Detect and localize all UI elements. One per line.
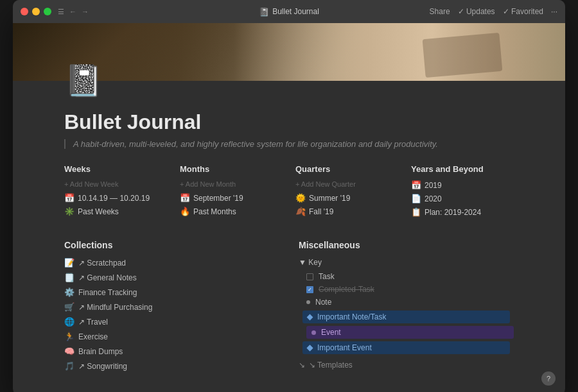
year-item-0[interactable]: 📅 2019 xyxy=(411,180,514,190)
key-important-note-label: Important Note/Task xyxy=(317,312,386,321)
help-button[interactable]: ? xyxy=(541,371,556,386)
page-title: Bullet Journal xyxy=(64,110,514,134)
week-0-label: 10.14.19 — 10.20.19 xyxy=(78,194,150,203)
share-button[interactable]: Share xyxy=(430,7,450,16)
collection-1-label: ↗ General Notes xyxy=(78,273,137,282)
week-item-1[interactable]: ✳️ Past Weeks xyxy=(64,207,167,216)
key-task-label: Task xyxy=(319,272,335,281)
collection-6-icon: 🧠 xyxy=(64,346,74,356)
week-1-label: Past Weeks xyxy=(78,207,119,216)
week-item-0[interactable]: 📅 10.14.19 — 10.20.19 xyxy=(64,193,167,203)
note-dot-icon xyxy=(306,300,310,304)
collection-2[interactable]: ⚙️ Finance Tracking xyxy=(64,287,279,297)
collection-4-label: ↗ Travel xyxy=(78,318,108,327)
year-0-icon: 📅 xyxy=(411,180,421,190)
favorited-button[interactable]: ✓ Favorited xyxy=(503,7,543,16)
updates-button[interactable]: ✓ Updates xyxy=(458,7,495,16)
months-column: Months + Add New Month 📅 September '19 🔥… xyxy=(180,164,283,221)
title-bar-right: Share ✓ Updates ✓ Favorited ··· xyxy=(430,7,557,16)
templates-row[interactable]: ↘ ↘ Templates xyxy=(299,361,514,370)
year-0-label: 2019 xyxy=(425,181,442,190)
month-item-0[interactable]: 📅 September '19 xyxy=(180,193,283,203)
key-event: Event xyxy=(306,326,514,339)
weeks-column: Weeks + Add New Week 📅 10.14.19 — 10.20.… xyxy=(64,164,167,221)
year-1-icon: 📄 xyxy=(411,194,421,203)
key-note: Note xyxy=(306,298,514,307)
collection-3-label: ↗ Mindful Purchasing xyxy=(78,303,152,312)
traffic-lights xyxy=(21,8,51,15)
month-0-label: September '19 xyxy=(193,194,243,203)
circle-icon xyxy=(311,330,316,335)
collection-2-icon: ⚙️ xyxy=(64,287,74,297)
month-1-label: Past Months xyxy=(193,207,236,216)
quarters-column: Quarters + Add New Quarter 🌞 Summer '19 … xyxy=(295,164,398,221)
collection-7-label: ↗ Songwriting xyxy=(78,362,127,371)
key-important-event: Important Event xyxy=(302,341,510,354)
collection-0[interactable]: 📝 ↗ Scratchpad xyxy=(64,258,279,268)
quarter-item-1[interactable]: 🍂 Fall '19 xyxy=(295,207,398,216)
collection-5-icon: 🏃 xyxy=(64,332,74,341)
collection-0-label: ↗ Scratchpad xyxy=(78,259,126,268)
add-quarter-button[interactable]: + Add New Quarter xyxy=(295,180,398,188)
month-item-1[interactable]: 🔥 Past Months xyxy=(180,207,283,216)
collection-5-label: Exercise xyxy=(78,332,108,341)
minimize-button[interactable] xyxy=(32,8,40,15)
years-column: Years and Beyond 📅 2019 📄 2020 📋 Plan: 2… xyxy=(411,164,514,221)
templates-icon: ↘ xyxy=(299,361,305,370)
collection-6[interactable]: 🧠 Brain Dumps xyxy=(64,346,279,356)
columns-grid: Weeks + Add New Week 📅 10.14.19 — 10.20.… xyxy=(64,164,514,221)
key-toggle-label: ▼ Key xyxy=(299,258,322,267)
year-2-icon: 📋 xyxy=(411,207,421,217)
close-button[interactable] xyxy=(21,8,28,15)
page-content: Bullet Journal A habit-driven, multi-lev… xyxy=(13,100,565,392)
collection-7[interactable]: 🎵 ↗ Songwriting xyxy=(64,361,279,371)
quarter-item-0[interactable]: 🌞 Summer '19 xyxy=(295,193,398,203)
collection-3[interactable]: 🛒 ↗ Mindful Purchasing xyxy=(64,302,279,312)
week-1-icon: ✳️ xyxy=(64,207,74,216)
task-checkbox-icon xyxy=(306,273,313,280)
back-button[interactable]: ← xyxy=(69,8,76,15)
add-month-button[interactable]: + Add New Month xyxy=(180,180,283,188)
collection-4[interactable]: 🌐 ↗ Travel xyxy=(64,317,279,327)
sidebar-toggle-icon[interactable]: ☰ xyxy=(58,8,64,16)
year-2-label: Plan: 2019-2024 xyxy=(425,208,481,217)
collection-7-icon: 🎵 xyxy=(64,361,74,371)
years-header: Years and Beyond xyxy=(411,164,514,174)
key-important-note: Important Note/Task xyxy=(302,311,510,323)
page-icon-container: 📓 xyxy=(64,62,103,100)
bottom-grid: Collections 📝 ↗ Scratchpad 🗒️ ↗ General … xyxy=(64,240,514,376)
key-note-label: Note xyxy=(315,298,331,307)
more-options-button[interactable]: ··· xyxy=(551,7,557,16)
key-task: Task xyxy=(306,272,514,281)
year-1-label: 2020 xyxy=(425,194,442,203)
key-toggle[interactable]: ▼ Key xyxy=(299,258,514,267)
maximize-button[interactable] xyxy=(44,8,51,15)
misc-header: Miscellaneous xyxy=(299,240,514,250)
forward-button[interactable]: → xyxy=(82,8,89,15)
add-week-button[interactable]: + Add New Week xyxy=(64,180,167,188)
title-bar: ☰ ← → 📓 Bullet Journal Share ✓ Updates ✓… xyxy=(13,0,565,23)
quarter-0-label: Summer '19 xyxy=(309,194,350,203)
collection-5[interactable]: 🏃 Exercise xyxy=(64,332,279,341)
window-title-area: 📓 Bullet Journal xyxy=(259,7,319,17)
collection-3-icon: 🛒 xyxy=(64,302,74,312)
page-icon: 📓 xyxy=(64,62,103,100)
collection-0-icon: 📝 xyxy=(64,258,74,268)
key-completed-label: Completed-Task xyxy=(319,285,374,294)
week-0-icon: 📅 xyxy=(64,193,74,203)
collections-header: Collections xyxy=(64,240,279,250)
months-header: Months xyxy=(180,164,283,174)
templates-label: ↘ Templates xyxy=(309,361,353,370)
month-0-icon: 📅 xyxy=(180,193,190,203)
checked-icon: ✓ xyxy=(306,286,313,293)
miscellaneous-section: Miscellaneous ▼ Key Task ✓ Completed-Tas… xyxy=(299,240,514,376)
quarter-1-icon: 🍂 xyxy=(295,207,306,216)
window-title: Bullet Journal xyxy=(272,7,319,16)
quarters-header: Quarters xyxy=(295,164,398,174)
collection-1[interactable]: 🗒️ ↗ General Notes xyxy=(64,273,279,282)
year-item-2[interactable]: 📋 Plan: 2019-2024 xyxy=(411,207,514,217)
quarter-1-label: Fall '19 xyxy=(309,207,333,216)
year-item-1[interactable]: 📄 2020 xyxy=(411,194,514,203)
collection-1-icon: 🗒️ xyxy=(64,273,74,282)
diamond-icon xyxy=(307,314,313,320)
